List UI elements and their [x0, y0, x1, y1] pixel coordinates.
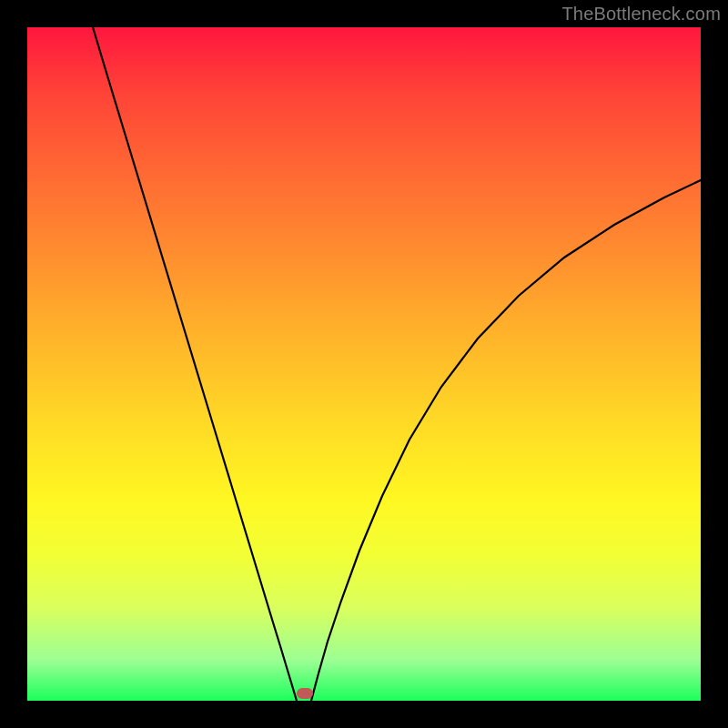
watermark-text: TheBottleneck.com — [561, 4, 721, 25]
bottleneck-curve — [27, 27, 701, 701]
plot-area — [27, 27, 701, 701]
chart-frame: TheBottleneck.com — [0, 0, 728, 728]
optimum-marker — [297, 688, 313, 699]
